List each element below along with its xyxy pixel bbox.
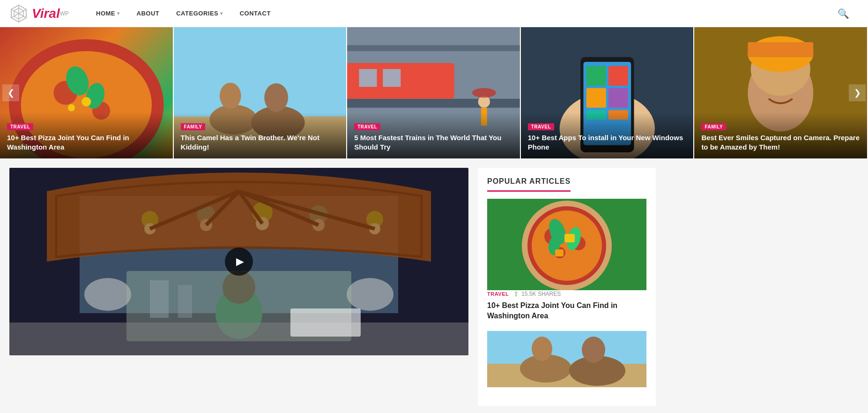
svg-rect-26 (383, 69, 401, 87)
slide-3-title: 5 Most Fastest Trains in The World That … (354, 133, 513, 151)
svg-point-20 (264, 83, 288, 112)
popular-article-2 (487, 331, 646, 387)
svg-rect-81 (555, 249, 564, 256)
svg-rect-67 (9, 323, 468, 355)
slide-1: TRAVEL 10+ Best Pizza Joint You Can Find… (0, 27, 174, 158)
svg-rect-44 (748, 42, 814, 57)
home-dropdown-arrow: ▾ (117, 11, 120, 16)
logo-text: Viral (32, 6, 60, 21)
svg-rect-36 (586, 88, 606, 108)
slider-next-button[interactable]: ❯ (849, 84, 866, 101)
slide-4-title: 10+ Best Apps To install in Your New Win… (528, 133, 687, 151)
categories-dropdown-arrow: ▾ (220, 11, 223, 16)
logo-suffix: WP (60, 10, 69, 17)
nav-contact[interactable]: CONTACT (231, 0, 279, 27)
popular-article-1: TRAVEL ⇪ 15.5K SHARES 10+ Best Pizza Joi… (487, 199, 646, 322)
slide-4-category: TRAVEL (528, 123, 554, 130)
slide-5-title: Best Ever Smiles Captured on Camera. Pre… (701, 133, 860, 151)
article-1-shares: ⇪ 15.5K SHARES (513, 290, 561, 298)
svg-point-11 (82, 97, 91, 106)
slider-prev-button[interactable]: ❮ (2, 84, 19, 101)
search-icon[interactable]: 🔍 (828, 8, 859, 19)
featured-video[interactable] (9, 168, 468, 355)
play-button[interactable] (225, 248, 253, 276)
svg-point-87 (532, 337, 552, 361)
slide-2-title: This Camel Has a Twin Brother. We're Not… (181, 133, 340, 151)
content-left (9, 168, 468, 406)
logo[interactable]: ViralWP (9, 4, 69, 23)
slide-1-overlay: TRAVEL 10+ Best Pizza Joint You Can Find… (0, 113, 173, 158)
svg-rect-68 (290, 308, 361, 337)
svg-rect-35 (608, 66, 628, 86)
article-1-image-wrapper (487, 199, 646, 290)
svg-rect-23 (347, 99, 520, 108)
slide-4-overlay: TRAVEL 10+ Best Apps To install in Your … (521, 113, 694, 158)
svg-point-65 (347, 278, 393, 311)
nav-home[interactable]: HOME ▾ (88, 0, 128, 27)
svg-rect-37 (608, 88, 628, 108)
hero-slider: ❮ TRAVEL 10+ Best Pizza Joint You Can Fi… (0, 27, 868, 158)
slide-2: FAMILY This Camel Has a Twin Brother. We… (174, 27, 348, 158)
slide-3-overlay: TRAVEL 5 Most Fastest Trains in The Worl… (347, 113, 520, 158)
main-content: POPULAR ARTICLES (0, 158, 868, 413)
svg-rect-13 (174, 27, 347, 117)
svg-rect-25 (359, 69, 377, 87)
site-header: ViralWP HOME ▾ ABOUT CATEGORIES ▾ CONTAC… (0, 0, 868, 27)
article-1-image (487, 199, 646, 290)
svg-point-90 (582, 337, 605, 363)
slide-1-title: 10+ Best Pizza Joint You Can Find in Was… (7, 133, 166, 151)
svg-point-73 (532, 210, 602, 281)
share-icon-1: ⇪ (513, 290, 519, 298)
svg-rect-80 (564, 234, 575, 242)
nav-about[interactable]: ABOUT (128, 0, 168, 27)
article-1-meta: TRAVEL ⇪ 15.5K SHARES (487, 290, 646, 298)
slide-4: TRAVEL 10+ Best Apps To install in Your … (521, 27, 695, 158)
article-2-image (487, 331, 646, 387)
popular-section: POPULAR ARTICLES (478, 168, 656, 406)
slide-5-overlay: FAMILY Best Ever Smiles Captured on Came… (694, 113, 867, 158)
slide-2-overlay: FAMILY This Camel Has a Twin Brother. We… (174, 113, 347, 158)
slide-5: FAMILY Best Ever Smiles Captured on Came… (694, 27, 868, 158)
slide-3-category: TRAVEL (354, 123, 380, 130)
article-1-title[interactable]: 10+ Best Pizza Joint You Can Find in Was… (487, 300, 646, 322)
slide-1-category: TRAVEL (7, 123, 33, 130)
main-nav: HOME ▾ ABOUT CATEGORIES ▾ CONTACT (88, 0, 828, 27)
nav-categories[interactable]: CATEGORIES ▾ (168, 0, 231, 27)
svg-point-64 (84, 278, 131, 311)
article-2-image-wrapper (487, 331, 646, 387)
logo-icon (9, 4, 28, 23)
article-1-category: TRAVEL (487, 291, 509, 297)
svg-rect-34 (586, 66, 606, 86)
svg-rect-70 (178, 285, 192, 318)
svg-point-29 (472, 88, 496, 98)
slide-3: TRAVEL 5 Most Fastest Trains in The Worl… (347, 27, 521, 158)
slide-2-category: FAMILY (181, 123, 206, 130)
sidebar: POPULAR ARTICLES (478, 168, 656, 406)
svg-rect-22 (347, 45, 520, 51)
popular-articles-title: POPULAR ARTICLES (487, 177, 571, 192)
svg-rect-69 (150, 280, 169, 318)
svg-point-17 (219, 83, 241, 109)
slide-5-category: FAMILY (701, 123, 726, 130)
svg-point-12 (68, 104, 75, 111)
